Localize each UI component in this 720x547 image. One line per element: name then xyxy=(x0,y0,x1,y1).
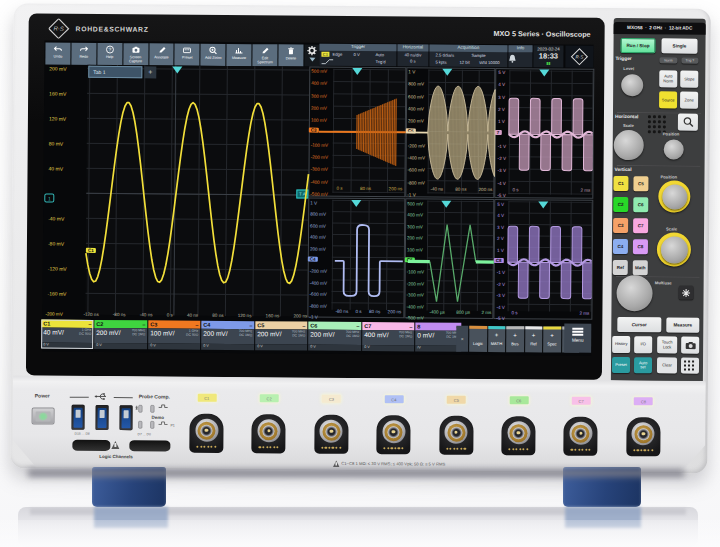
svg-text:P1: P1 xyxy=(171,424,175,428)
svg-text:R·S: R·S xyxy=(53,26,63,32)
svg-text:Demo: Demo xyxy=(152,415,165,420)
svg-text:ROHDE&SCHWARZ: ROHDE&SCHWARZ xyxy=(76,25,149,33)
